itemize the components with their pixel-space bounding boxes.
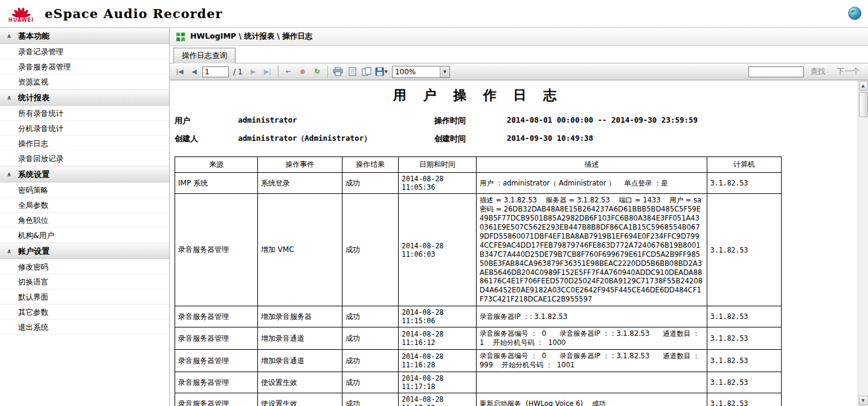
scrollbar-thumb[interactable] bbox=[859, 92, 868, 117]
sidebar-section-label: 账户设置 bbox=[18, 246, 50, 257]
table-cell: 3.1.82.53 bbox=[707, 194, 782, 306]
go-back-button[interactable]: ← bbox=[282, 65, 295, 78]
table-cell: 使设置生效 bbox=[258, 372, 342, 393]
sidebar-item[interactable]: 操作日志 bbox=[0, 136, 169, 151]
collapse-arrow-icon: ∧ bbox=[0, 94, 18, 101]
prev-page-button[interactable]: ◀ bbox=[188, 65, 201, 78]
find-text-input[interactable] bbox=[748, 66, 804, 77]
sidebar-item[interactable]: 默认界面 bbox=[0, 289, 169, 304]
table-cell: IMP 系统 bbox=[175, 173, 258, 194]
collapse-arrow-icon: ∧ bbox=[0, 171, 18, 178]
breadcrumb: HWLogIMP \ 统计报表 \ 操作日志 bbox=[170, 28, 868, 46]
export-button[interactable]: ▼ bbox=[375, 65, 388, 78]
find-next-button[interactable]: 下一个 bbox=[837, 66, 860, 77]
table-cell: 增加 VMC bbox=[258, 194, 342, 306]
vertical-scrollbar[interactable]: ▲ ▼ bbox=[858, 80, 868, 406]
table-cell: 3.1.82.53 bbox=[707, 327, 782, 350]
tab-operation-log-query[interactable]: 操作日志查询 bbox=[173, 48, 236, 65]
table-cell: 2014-08-28 11:17:30 bbox=[399, 393, 477, 406]
creator-value: administrator（Administrator） bbox=[238, 134, 434, 144]
sidebar-item[interactable]: 切换语言 bbox=[0, 274, 169, 289]
table-cell: 成功 bbox=[342, 327, 399, 350]
column-header: 日期和时间 bbox=[399, 157, 477, 173]
zoom-value: 100% bbox=[393, 66, 440, 77]
zoom-select[interactable]: 100% ▼ bbox=[392, 66, 450, 78]
collapse-arrow-icon: ∧ bbox=[0, 33, 18, 39]
toolbar-separator bbox=[278, 66, 278, 77]
column-header: 操作事件 bbox=[258, 157, 342, 173]
report-header-fields: 用户 administrator 操作时间 2014-08-01 00:00:0… bbox=[175, 115, 781, 144]
sidebar-item[interactable]: 录音回放记录 bbox=[0, 151, 169, 166]
table-cell: 用户 ：administrator（ Administrator ） 单点登录 … bbox=[477, 173, 707, 194]
sidebar-item[interactable]: 全局参数 bbox=[0, 198, 169, 213]
sidebar-item[interactable]: 退出系统 bbox=[0, 320, 169, 335]
first-page-button[interactable]: |◀ bbox=[173, 65, 186, 78]
sidebar-item[interactable]: 角色职位 bbox=[0, 213, 169, 228]
print-button[interactable] bbox=[332, 65, 344, 78]
operation-time-label: 操作时间 bbox=[434, 115, 507, 126]
refresh-button[interactable]: ↻ bbox=[311, 65, 324, 78]
creator-label: 创建人 bbox=[175, 134, 238, 144]
sidebar-section-label: 系统设置 bbox=[18, 169, 50, 180]
sidebar-section-header[interactable]: ∧账户设置 bbox=[0, 243, 169, 259]
user-value: administrator bbox=[238, 115, 434, 126]
save-disk-icon bbox=[375, 67, 384, 76]
language-globe-icon[interactable] bbox=[847, 6, 862, 21]
sidebar-section-label: 基本功能 bbox=[18, 31, 50, 42]
table-cell: 系统登录 bbox=[258, 173, 342, 194]
table-cell: 3.1.82.53 bbox=[707, 306, 782, 327]
report-page: 用 户 操 作 日 志 用户 administrator 操作时间 2014-0… bbox=[170, 80, 858, 406]
breadcrumb-text: HWLogIMP \ 统计报表 \ 操作日志 bbox=[190, 31, 313, 42]
table-cell: 2014-08-28 11:06:03 bbox=[399, 194, 477, 306]
table-cell: 重新启动服务 (HWLog Voice 6) 成功 bbox=[477, 393, 707, 406]
tab-bar: 操作日志查询 bbox=[170, 46, 868, 63]
app-header: HUAWEI eSpace Audio Recorder bbox=[0, 0, 868, 28]
table-cell: 3.1.82.53 bbox=[707, 393, 782, 406]
sidebar-item[interactable]: 修改密码 bbox=[0, 259, 169, 274]
table-row: 录音服务器管理增加录音通道成功2014-08-28 11:16:28录音服务器编… bbox=[175, 350, 782, 372]
page-setup-button[interactable] bbox=[361, 65, 373, 78]
sidebar-section-header[interactable]: ∧系统设置 bbox=[0, 166, 169, 182]
table-row: 录音服务器管理增加录音服务器成功2014-08-28 11:15:06录音服务器… bbox=[175, 306, 782, 327]
find-button[interactable]: 查找 bbox=[811, 66, 826, 77]
table-cell: 3.1.82.53 bbox=[707, 350, 782, 372]
stop-button[interactable]: ⊗ bbox=[297, 65, 309, 78]
sidebar-item[interactable]: 其它参数 bbox=[0, 304, 169, 320]
scroll-down-arrow-icon[interactable]: ▼ bbox=[859, 396, 868, 405]
table-row: 录音服务器管理增加录音通道成功2014-08-28 11:16:12录音服务器编… bbox=[175, 327, 782, 350]
table-cell: 增加录音服务器 bbox=[258, 306, 342, 327]
table-cell: 3.1.82.53 bbox=[707, 173, 782, 194]
app-window: HUAWEI eSpace Audio Recorder ∧基本功能录音记录管理… bbox=[0, 0, 868, 406]
sidebar-item[interactable]: 录音服务器管理 bbox=[0, 59, 169, 74]
table-cell: 2014-08-28 11:16:12 bbox=[399, 327, 477, 350]
sidebar-item[interactable]: 机构&用户 bbox=[0, 228, 169, 243]
huawei-flower-icon bbox=[11, 4, 31, 18]
sidebar-item[interactable]: 密码策略 bbox=[0, 182, 169, 198]
sidebar-item[interactable]: 录音记录管理 bbox=[0, 44, 169, 59]
sidebar-item[interactable]: 分机录音统计 bbox=[0, 121, 169, 136]
next-page-button[interactable]: ▶ bbox=[247, 65, 260, 78]
column-header: 来源 bbox=[175, 157, 258, 173]
log-table-body: IMP 系统系统登录成功2014-08-28 11:05:36用户 ：admin… bbox=[175, 173, 782, 406]
table-row: IMP 系统系统登录成功2014-08-28 11:05:36用户 ：admin… bbox=[175, 173, 782, 194]
page-number-input[interactable] bbox=[202, 66, 229, 77]
sidebar-item[interactable]: 所有录音统计 bbox=[0, 106, 169, 121]
table-cell: 录音服务器管理 bbox=[175, 350, 258, 372]
sidebar-section-header[interactable]: ∧统计报表 bbox=[0, 89, 169, 106]
scroll-up-arrow-icon[interactable]: ▲ bbox=[859, 81, 868, 91]
sidebar-section-header[interactable]: ∧基本功能 bbox=[0, 28, 169, 44]
zoom-dropdown-arrow-icon: ▼ bbox=[440, 66, 449, 77]
table-cell: 录音服务器IP ：: 3.1.82.53 bbox=[477, 306, 707, 327]
table-cell: 录音服务器编号 ： 0 录音服务器IP ： : 3.1.82.53 通道数目 ：… bbox=[477, 350, 707, 372]
user-label: 用户 bbox=[175, 115, 238, 126]
table-cell: 成功 bbox=[342, 306, 399, 327]
operation-log-table: 来源操作事件操作结果日期和时间描述计算机 IMP 系统系统登录成功2014-08… bbox=[175, 156, 782, 406]
print-layout-button[interactable] bbox=[346, 65, 359, 78]
report-toolbar: |◀ ◀ / 1 ▶ ▶| ← ⊗ ↻ bbox=[170, 63, 868, 80]
sidebar-nav: ∧基本功能录音记录管理录音服务器管理资源监视∧统计报表所有录音统计分机录音统计操… bbox=[0, 28, 170, 406]
table-cell: 成功 bbox=[342, 372, 399, 393]
table-cell: 成功 bbox=[342, 393, 399, 406]
sidebar-item[interactable]: 资源监视 bbox=[0, 74, 169, 89]
last-page-button[interactable]: ▶| bbox=[262, 65, 274, 78]
table-cell: 使设置生效 bbox=[258, 393, 342, 406]
